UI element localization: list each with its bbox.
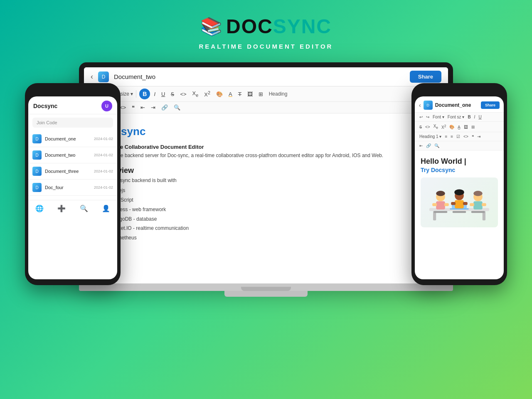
- link-button[interactable]: 🔗: [159, 103, 170, 112]
- pr-ul[interactable]: ≡: [449, 133, 454, 140]
- pr-link[interactable]: 🔗: [425, 143, 432, 149]
- subscript-button[interactable]: Xe: [190, 89, 201, 99]
- pr-italic[interactable]: I: [473, 114, 477, 120]
- pr-share-button[interactable]: Share: [481, 101, 500, 109]
- tagline: REALTIME DOCUMENT EDITOR: [0, 43, 532, 50]
- back-button[interactable]: ‹: [91, 72, 93, 81]
- phone-left-frame: Docsync U Join Code D Document_one 2024-…: [25, 83, 121, 285]
- pr-doc-icon: D: [424, 101, 433, 110]
- phone-doc-item-2[interactable]: D Document_two 2024-01-02: [28, 147, 117, 163]
- pr-font[interactable]: Font ▾: [431, 114, 446, 120]
- image-button[interactable]: 🖼: [245, 90, 255, 99]
- pr-bold[interactable]: B: [466, 114, 472, 120]
- pr-quote[interactable]: ❝: [470, 133, 475, 140]
- phone-doc-name-4: Doc_four: [45, 185, 91, 190]
- pr-image[interactable]: 🖼: [463, 123, 469, 131]
- pr-indent[interactable]: ⇤: [418, 143, 424, 149]
- pr-undo[interactable]: ↩: [418, 114, 424, 120]
- pr-ol[interactable]: ≡: [443, 133, 448, 140]
- list-item: MongoDB - database: [110, 214, 431, 224]
- pr-strike[interactable]: S̶: [418, 123, 423, 131]
- phone-doc-item-3[interactable]: D Document_three 2024-01-02: [28, 163, 117, 180]
- laptop-screen: ‹ D Document_two Share Font ▾ Font size …: [84, 67, 448, 283]
- phone-doc-item-1[interactable]: D Document_one 2024-01-02: [28, 131, 117, 147]
- pr-inlinecode[interactable]: <>: [462, 133, 470, 140]
- svg-rect-22: [471, 211, 485, 213]
- heading-label: Heading: [267, 90, 290, 98]
- pr-sub[interactable]: Xe: [432, 123, 439, 131]
- share-button[interactable]: Share: [410, 71, 441, 83]
- svg-rect-8: [444, 203, 449, 206]
- strikethrough-button[interactable]: S̶: [169, 90, 176, 99]
- pr-check[interactable]: ☑: [455, 133, 461, 140]
- pr-search[interactable]: 🔍: [433, 143, 441, 149]
- document-title: Document_two: [114, 73, 405, 80]
- phone-doc-icon-4: D: [32, 183, 42, 192]
- laptop: ‹ D Document_two Share Font ▾ Font size …: [79, 62, 453, 297]
- doc-main-title: Docsync: [101, 125, 431, 138]
- nav-icon-globe[interactable]: 🌐: [35, 204, 44, 212]
- pr-hello-text: Hello World |: [421, 157, 498, 166]
- logo-icon: 📚: [200, 16, 222, 37]
- phone-right-frame: ‹ D Document_one Share ↩ ↪ Font ▾ Font s…: [411, 83, 507, 285]
- phone-right-screen: ‹ D Document_one Share ↩ ↪ Font ▾ Font s…: [415, 96, 504, 279]
- logo-row: 📚 DOCSYNC: [0, 15, 532, 38]
- clear-format-button[interactable]: T̶: [236, 90, 244, 99]
- svg-rect-7: [432, 203, 437, 206]
- pr-code[interactable]: <>: [424, 123, 431, 131]
- editor-content[interactable]: Docsync Realtime Collaborative Document …: [84, 113, 448, 283]
- nav-icon-profile[interactable]: 👤: [102, 204, 110, 212]
- list-item: Nodejs: [110, 186, 431, 195]
- superscript-button[interactable]: X2: [202, 89, 212, 99]
- bold-button[interactable]: B: [139, 89, 150, 99]
- indent-right-button[interactable]: ⇥: [149, 103, 158, 112]
- logo-text: DOCSYNC: [226, 15, 332, 38]
- indent-left-button[interactable]: ⇤: [138, 103, 147, 112]
- pr-toolbar-row2: S̶ <> Xe X2 🎨 A̲ 🖼 ⊞: [415, 122, 504, 132]
- phone-left-notch: [60, 86, 85, 94]
- phone-bottom-nav: 🌐 ➕ 🔍 👤: [28, 200, 117, 217]
- phone-doc-name-1: Document_one: [45, 136, 91, 141]
- search-button[interactable]: 🔍: [172, 103, 182, 112]
- italic-button[interactable]: I: [152, 90, 158, 99]
- pr-back-button[interactable]: ‹: [419, 102, 421, 108]
- devices-container: Docsync U Join Code D Document_one 2024-…: [37, 58, 495, 341]
- phone-doc-item-4[interactable]: D Doc_four 2024-01-02: [28, 180, 117, 196]
- color-button[interactable]: 🎨: [214, 90, 225, 99]
- pr-fontsize[interactable]: Font sz ▾: [446, 114, 466, 120]
- pr-color[interactable]: 🎨: [448, 123, 456, 131]
- pr-heading[interactable]: Heading 1 ▾: [418, 133, 443, 140]
- pr-redo[interactable]: ↪: [425, 114, 431, 120]
- header: 📚 DOCSYNC REALTIME DOCUMENT EDITOR: [0, 0, 532, 58]
- phone-right-topbar: ‹ D Document_one Share: [415, 96, 504, 113]
- table-button[interactable]: ⊞: [256, 90, 265, 99]
- overview-title: Overview: [101, 166, 431, 175]
- pr-sup[interactable]: X2: [440, 123, 447, 131]
- pr-underline[interactable]: U: [477, 114, 483, 120]
- nav-icon-add[interactable]: ➕: [57, 204, 66, 212]
- phone-doc-date-1: 2024-01-02: [94, 137, 113, 141]
- phone-doc-date-3: 2024-01-02: [94, 169, 113, 173]
- underline-button[interactable]: U: [159, 90, 167, 99]
- doc-subtitle: Realtime Collaborative Document Editor: [101, 144, 431, 150]
- pr-table[interactable]: ⊞: [470, 123, 476, 131]
- nav-icon-search[interactable]: 🔍: [80, 204, 88, 212]
- phone-doc-date-4: 2024-01-02: [94, 185, 113, 190]
- list-item: Express - web framework: [110, 205, 431, 214]
- svg-rect-18: [482, 203, 486, 206]
- phone-left-screen: Docsync U Join Code D Document_one 2024-…: [28, 96, 117, 279]
- svg-rect-16: [473, 202, 483, 210]
- svg-rect-17: [470, 203, 474, 206]
- quote-button[interactable]: ❝: [130, 103, 137, 112]
- laptop-base: [79, 283, 453, 291]
- people-illustration: [422, 180, 497, 225]
- pr-indent-right[interactable]: ⇥: [476, 133, 482, 140]
- phone-left: Docsync U Join Code D Document_one 2024-…: [25, 83, 121, 285]
- svg-rect-21: [453, 211, 466, 213]
- pr-highlight[interactable]: A̲: [456, 123, 462, 131]
- join-code-input[interactable]: Join Code: [32, 118, 113, 128]
- phone-doc-icon-2: D: [32, 150, 42, 160]
- highlight-button[interactable]: A: [227, 90, 234, 99]
- code-button[interactable]: <>: [178, 90, 188, 99]
- pr-illustration: [421, 177, 498, 227]
